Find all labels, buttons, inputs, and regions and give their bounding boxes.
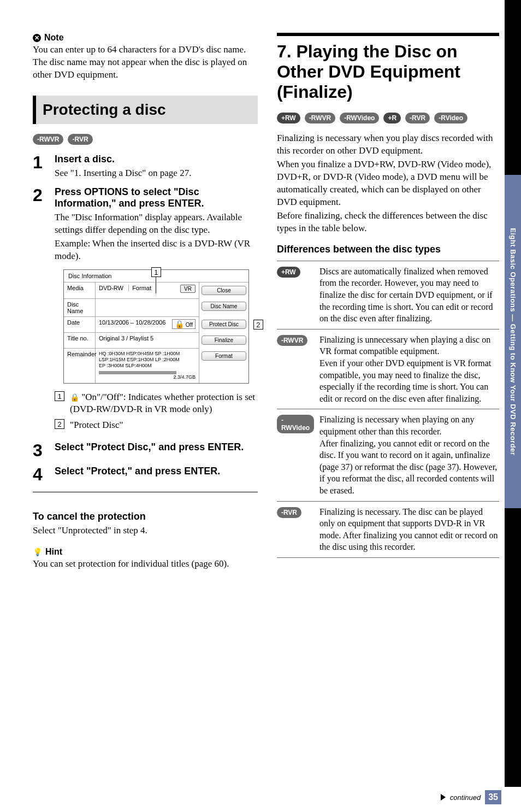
di-discname-label: Disc Name: [64, 298, 96, 316]
step-2-num: 2: [33, 186, 47, 436]
badge-rwvideo: -RWVideo: [340, 113, 379, 123]
footer: continued 35: [441, 790, 501, 804]
step-3-title: Select "Protect Disc," and press ENTER.: [55, 442, 258, 453]
badge-rvr: -RVR: [68, 134, 92, 145]
badge-plusr: +R: [383, 113, 401, 123]
lock-icon: 🔒: [175, 320, 184, 328]
note-icon: ✕: [33, 34, 41, 42]
section-protecting: Protecting a disc: [33, 96, 258, 124]
divider: [33, 492, 258, 492]
step-4-title: Select "Protect," and press ENTER.: [55, 466, 258, 477]
type-badge: -RVR: [277, 507, 301, 518]
legend-1-box: 1: [55, 391, 64, 401]
type-row: -RVRFinalizing is necessary. The disc ca…: [277, 502, 499, 558]
btn-close[interactable]: Close: [202, 286, 246, 295]
type-row: -RWVRFinalizing is unnecessary when play…: [277, 329, 499, 410]
badge-rvideo: -RVideo: [434, 113, 467, 123]
legend-2-text: "Protect Disc": [70, 419, 123, 432]
badge-rwvr2: -RWVR: [305, 113, 335, 123]
note-label: Note: [44, 33, 64, 43]
step-1-num: 1: [33, 154, 47, 180]
step-1-title: Insert a disc.: [55, 154, 258, 165]
type-row: +RWDiscs are automatically finalized whe…: [277, 261, 499, 329]
badge-rvr2: -RVR: [405, 113, 430, 123]
continued-label: continued: [450, 793, 481, 802]
type-badge: -RWVR: [277, 335, 307, 346]
di-media-label: Media: [64, 283, 96, 298]
di-media-val: DVD-RW Format VR: [96, 283, 199, 298]
cancel-text: Select "Unprotected" in step 4.: [33, 525, 258, 537]
callout-2: 2: [253, 320, 263, 329]
type-desc: Finalizing is necessary. The disc can be…: [319, 506, 499, 553]
hint-label: Hint: [45, 547, 62, 557]
right-para3: Before finalizing, check the differences…: [277, 210, 499, 235]
type-badge: -RWVideo: [277, 415, 314, 433]
disc-info-figure: 1 2 Disc Information Media DVD-RW Format: [63, 269, 249, 384]
type-desc: Discs are automatically finalized when r…: [319, 266, 499, 325]
badges-left: -RWVR -RVR: [33, 134, 258, 145]
badge-plusrw: +RW: [277, 113, 300, 123]
btn-format[interactable]: Format: [202, 351, 246, 361]
btn-discname[interactable]: Disc Name: [202, 302, 246, 311]
page-number: 35: [485, 790, 501, 804]
hint-heading: 💡 Hint: [33, 547, 258, 557]
right-para2: When you finalize a DVD+RW, DVD-RW (Vide…: [277, 158, 499, 209]
step-4-num: 4: [33, 466, 47, 483]
di-title-val: Original 3 / Playlist 5: [96, 332, 199, 348]
legend-1-text: 🔒 "On"/"Off": Indicates whether protecti…: [70, 391, 258, 416]
note-heading: ✕ Note: [33, 33, 258, 43]
step-2-text2: Example: When the inserted disc is a DVD…: [55, 238, 258, 263]
types-table: +RWDiscs are automatically finalized whe…: [277, 261, 499, 558]
hint-text: You can set protection for individual ti…: [33, 558, 258, 570]
legend-2-box: 2: [55, 419, 64, 429]
type-badge: +RW: [277, 267, 300, 278]
lock-icon-2: 🔒: [70, 393, 79, 403]
type-desc: Finalizing is necessary when playing on …: [319, 414, 499, 496]
di-date-label: Date: [64, 316, 96, 332]
type-desc: Finalizing is unnecessary when playing a…: [319, 334, 499, 405]
badge-rwvr: -RWVR: [33, 134, 63, 145]
di-title-label: Title no.: [64, 332, 96, 348]
btn-protect[interactable]: Protect Disc: [202, 320, 246, 329]
di-rem-val: HQ :0H30M HSP:0H45M SP :1H00M LSP:1H15M …: [96, 348, 199, 383]
step-2-title: Press OPTIONS to select "Disc Informatio…: [55, 186, 258, 209]
btn-finalize[interactable]: Finalize: [202, 336, 246, 345]
right-para1: Finalizing is necessary when you play di…: [277, 132, 499, 157]
main-heading: 7. Playing the Disc on Other DVD Equipme…: [277, 42, 499, 102]
step-1-text: See "1. Inserting a Disc" on page 27.: [55, 167, 258, 180]
badges-right: +RW -RWVR -RWVideo +R -RVR -RVideo: [277, 113, 499, 123]
hint-icon: 💡: [33, 548, 42, 556]
di-date-val: 10/13/2006 – 10/28/2006 🔒 Off: [96, 316, 199, 332]
diff-title: Differences between the disc types: [277, 244, 499, 255]
cancel-title: To cancel the protection: [33, 511, 258, 522]
step-2-text1: The "Disc Information" display appears. …: [55, 211, 258, 237]
type-row: -RWVideoFinalizing is necessary when pla…: [277, 409, 499, 501]
step-3-num: 3: [33, 442, 47, 459]
arrow-icon: [441, 794, 446, 801]
di-rem-label: Remainder: [64, 348, 96, 383]
note-text: You can enter up to 64 characters for a …: [33, 44, 258, 81]
